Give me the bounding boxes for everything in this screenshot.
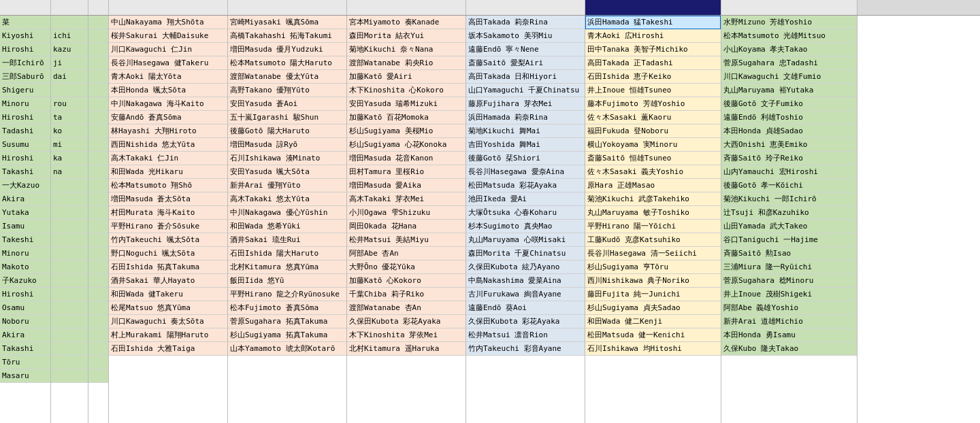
- cell-k-18[interactable]: 久保田Kubota 絃乃Ayano: [466, 260, 585, 274]
- cell-e-4[interactable]: 三郎Saburō: [0, 70, 50, 84]
- cell-m-2[interactable]: 小山Koyama 孝夫Takao: [721, 43, 857, 56]
- cell-j-7[interactable]: 加藤Katō 百花Momoka: [347, 111, 466, 124]
- cell-f-10[interactable]: ka: [51, 152, 88, 165]
- cell-l-11[interactable]: 佐々木Sasaki 義夫Yoshio: [585, 165, 721, 179]
- cell-g-13[interactable]: [88, 192, 108, 206]
- cell-e-17[interactable]: Minoru: [0, 247, 50, 260]
- cell-f-21[interactable]: [51, 301, 88, 315]
- cell-h-18[interactable]: 石田Ishida 拓真Takuma: [109, 260, 227, 274]
- cell-e-10[interactable]: Hiroshi: [0, 152, 50, 165]
- cell-g-3[interactable]: [88, 56, 108, 70]
- cell-i-20[interactable]: 平野Hirano 龍之介Ryūnosuke: [228, 288, 346, 301]
- cell-k-22[interactable]: 久保田Kubota 彩花Ayaka: [466, 315, 585, 328]
- cell-h-1[interactable]: 桜井Sakurai 大輔Daisuke: [109, 29, 227, 43]
- cell-e-13[interactable]: Akira: [0, 192, 50, 206]
- cell-h-5[interactable]: 本田Honda 颯太Sōta: [109, 84, 227, 97]
- cell-h-23[interactable]: 村上Murakami 陽翔Haruto: [109, 328, 227, 342]
- cell-f-15[interactable]: [51, 220, 88, 233]
- cell-l-4[interactable]: 石田Ishida 恵子Keiko: [585, 70, 721, 84]
- cell-j-21[interactable]: 渡部Watanabe 杏An: [347, 301, 466, 315]
- cell-k-19[interactable]: 中島Nakashima 愛菜Aina: [466, 274, 585, 288]
- cell-e-12[interactable]: 一大Kazuo: [0, 179, 50, 192]
- cell-f-17[interactable]: [51, 247, 88, 260]
- col-header-f[interactable]: [51, 0, 88, 15]
- cell-f-5[interactable]: [51, 84, 88, 97]
- cell-f-23[interactable]: [51, 328, 88, 342]
- cell-h-13[interactable]: 増田Masuda 蒼太Sōta: [109, 192, 227, 206]
- cell-f-0[interactable]: [51, 16, 88, 29]
- cell-f-14[interactable]: [51, 206, 88, 220]
- cell-j-20[interactable]: 千葉Chiba 莉子Riko: [347, 288, 466, 301]
- cell-k-15[interactable]: 杉本Sugimoto 真央Mao: [466, 220, 585, 233]
- cell-h-10[interactable]: 高木Takaki 仁Jin: [109, 152, 227, 165]
- cell-j-8[interactable]: 杉山Sugiyama 美桜Mio: [347, 124, 466, 138]
- cell-i-0[interactable]: 宮崎Miyasaki 颯真Sōma: [228, 16, 346, 29]
- cell-i-17[interactable]: 石田Ishida 陽大Haruto: [228, 247, 346, 260]
- cell-g-12[interactable]: [88, 179, 108, 192]
- cell-m-24[interactable]: 久保Kubo 隆夫Takao: [721, 342, 857, 356]
- cell-j-0[interactable]: 宮本Miyamoto 奏Kanade: [347, 16, 466, 29]
- cell-m-1[interactable]: 松本Matsumoto 光雄Mitsuo: [721, 29, 857, 43]
- cell-e-6[interactable]: Minoru: [0, 97, 50, 111]
- cell-e-23[interactable]: Akira: [0, 328, 50, 342]
- cell-h-16[interactable]: 竹内Takeuchi 颯太Sōta: [109, 233, 227, 247]
- cell-e-26[interactable]: Masaru: [0, 369, 50, 383]
- cell-m-17[interactable]: 斉藤Saitō 勲Isao: [721, 247, 857, 260]
- cell-k-24[interactable]: 竹内Takeuchi 彩音Ayane: [466, 342, 585, 356]
- cell-m-20[interactable]: 井上Inoue 茂樹Shigeki: [721, 288, 857, 301]
- cell-g-7[interactable]: [88, 111, 108, 124]
- cell-h-17[interactable]: 野口Noguchi 颯太Sōta: [109, 247, 227, 260]
- cell-m-16[interactable]: 谷口Taniguchi 一Hajime: [721, 233, 857, 247]
- cell-g-1[interactable]: [88, 29, 108, 43]
- cell-f-22[interactable]: [51, 315, 88, 328]
- cell-e-14[interactable]: Yutaka: [0, 206, 50, 220]
- cell-l-20[interactable]: 藤田Fujita 純一Junichi: [585, 288, 721, 301]
- cell-g-20[interactable]: [88, 288, 108, 301]
- cell-j-16[interactable]: 松井Matsui 美結Miyu: [347, 233, 466, 247]
- cell-j-9[interactable]: 杉山Sugiyama 心花Konoka: [347, 138, 466, 152]
- cell-j-13[interactable]: 高木Takaki 芽衣Mei: [347, 192, 466, 206]
- cell-m-9[interactable]: 大西Onishi 恵美Emiko: [721, 138, 857, 152]
- cell-j-1[interactable]: 森田Morita 結衣Yui: [347, 29, 466, 43]
- cell-e-22[interactable]: Noboru: [0, 315, 50, 328]
- cell-h-24[interactable]: 石田Ishida 大雅Taiga: [109, 342, 227, 356]
- cell-l-15[interactable]: 平野Hirano 陽一Yōichi: [585, 220, 721, 233]
- cell-h-6[interactable]: 中川Nakagawa 海斗Kaito: [109, 97, 227, 111]
- cell-i-16[interactable]: 酒井Sakai 琉生Rui: [228, 233, 346, 247]
- cell-i-13[interactable]: 高木Takaki 悠太Yūta: [228, 192, 346, 206]
- cell-k-20[interactable]: 古川Furukawa 絢音Ayane: [466, 288, 585, 301]
- cell-g-18[interactable]: [88, 260, 108, 274]
- cell-k-16[interactable]: 丸山Maruyama 心咲Misaki: [466, 233, 585, 247]
- cell-e-7[interactable]: Hiroshi: [0, 111, 50, 124]
- cell-m-12[interactable]: 後藤Gotō 孝一Kōichi: [721, 179, 857, 192]
- cell-j-19[interactable]: 加藤Katō 心Kokoro: [347, 274, 466, 288]
- cell-i-3[interactable]: 松本Matsumoto 陽大Haruto: [228, 56, 346, 70]
- cell-h-11[interactable]: 和田Wada 光Hikaru: [109, 165, 227, 179]
- cell-l-21[interactable]: 杉山Sugiyama 貞夫Sadao: [585, 301, 721, 315]
- cell-j-5[interactable]: 木下Kinoshita 心Kokoro: [347, 84, 466, 97]
- cell-g-26[interactable]: [88, 369, 108, 383]
- cell-i-14[interactable]: 中川Nakagawa 優心Yūshin: [228, 206, 346, 220]
- cell-l-9[interactable]: 横山Yokoyama 実Minoru: [585, 138, 721, 152]
- cell-e-1[interactable]: Kiyoshi: [0, 29, 50, 43]
- cell-f-26[interactable]: [51, 369, 88, 383]
- cell-g-24[interactable]: [88, 342, 108, 356]
- cell-l-14[interactable]: 丸山Maruyama 敏子Toshiko: [585, 206, 721, 220]
- cell-m-19[interactable]: 菅原Sugahara 稔Minoru: [721, 274, 857, 288]
- cell-g-22[interactable]: [88, 315, 108, 328]
- cell-f-9[interactable]: mi: [51, 138, 88, 152]
- cell-m-13[interactable]: 菊池Kikuchi 一郎Ichirō: [721, 192, 857, 206]
- cell-l-22[interactable]: 和田Wada 健二Kenji: [585, 315, 721, 328]
- cell-k-13[interactable]: 池田Ikeda 愛Ai: [466, 192, 585, 206]
- cell-h-21[interactable]: 松尾Matsuo 悠真Yūma: [109, 301, 227, 315]
- cell-j-15[interactable]: 岡田Okada 花Hana: [347, 220, 466, 233]
- cell-k-6[interactable]: 藤原Fujihara 芽衣Mei: [466, 97, 585, 111]
- cell-e-3[interactable]: 一郎Ichirō: [0, 56, 50, 70]
- cell-l-16[interactable]: 工藤Kudō 克彦Katsuhiko: [585, 233, 721, 247]
- cell-i-11[interactable]: 安田Yasuda 颯大Sōta: [228, 165, 346, 179]
- cell-j-3[interactable]: 渡部Watanabe 莉央Rio: [347, 56, 466, 70]
- cell-h-9[interactable]: 西田Nishida 悠太Yūta: [109, 138, 227, 152]
- cell-k-4[interactable]: 高田Takada 日和Hiyori: [466, 70, 585, 84]
- cell-k-3[interactable]: 斎藤Saitō 愛梨Airi: [466, 56, 585, 70]
- cell-f-24[interactable]: [51, 342, 88, 356]
